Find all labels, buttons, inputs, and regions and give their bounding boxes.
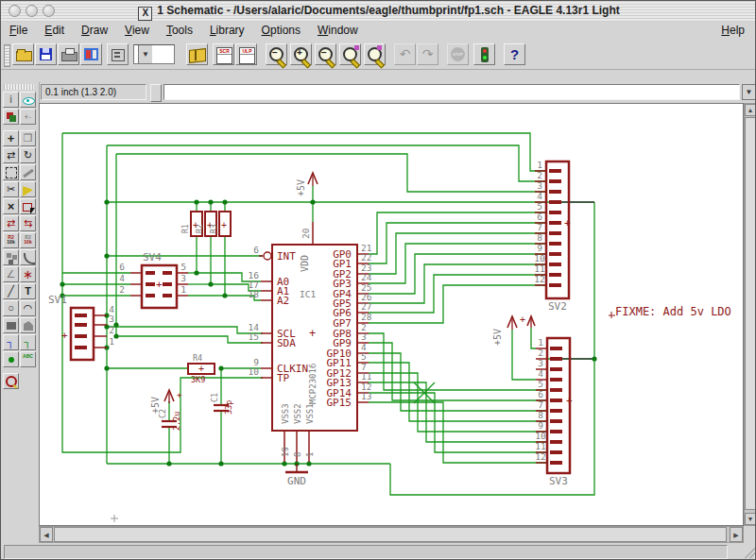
wire[interactable] xyxy=(390,202,594,495)
menu-tools[interactable]: Tools xyxy=(158,22,201,41)
open-board-button[interactable] xyxy=(107,43,129,65)
tool-bus[interactable]: ┐ xyxy=(3,334,19,350)
menu-window[interactable]: Window xyxy=(309,22,367,41)
menu-library[interactable]: Library xyxy=(201,22,253,41)
zoom-in-button[interactable]: + xyxy=(290,43,312,65)
tool-show[interactable] xyxy=(20,92,36,108)
tool-circle[interactable]: ○ xyxy=(3,300,19,316)
pin-pad xyxy=(549,252,561,256)
schematic-text: GP15 xyxy=(327,397,352,409)
tool-group[interactable] xyxy=(3,164,19,180)
vertical-scrollbar[interactable]: ▲ ▼ xyxy=(744,103,756,526)
scroll-left-icon[interactable]: ◀ xyxy=(40,527,53,542)
tool-display[interactable] xyxy=(3,109,19,125)
menu-help[interactable]: Help xyxy=(713,22,753,41)
tool-gateswap[interactable]: ⇆ xyxy=(20,215,36,231)
tool-invoke[interactable]: ∗ xyxy=(20,266,36,282)
tool-split[interactable]: ∠ xyxy=(3,266,19,282)
stop-button[interactable]: STOP xyxy=(447,43,469,65)
print-button[interactable] xyxy=(58,43,79,65)
zoom-fit-button[interactable]: − xyxy=(266,43,287,65)
run-ulp-button[interactable]: ULP xyxy=(235,43,257,65)
window-title-text: 1 Schematic - /Users/alaric/Documents/ea… xyxy=(157,4,619,17)
tool-miter[interactable] xyxy=(20,249,36,265)
wire[interactable] xyxy=(369,244,546,283)
tool-mirror[interactable]: ⇄ xyxy=(3,147,19,163)
undo-button[interactable]: ↶ xyxy=(394,43,416,65)
sheet-dropdown-arrow-icon[interactable]: ▼ xyxy=(138,45,152,63)
wire[interactable] xyxy=(531,328,536,348)
tool-value[interactable]: R210k xyxy=(20,232,36,248)
sheet-selector[interactable]: 1/1 ▼ xyxy=(133,44,175,64)
zoom-select-button[interactable] xyxy=(364,43,386,65)
command-input[interactable] xyxy=(163,84,740,100)
tool-net[interactable]: ┐ xyxy=(20,334,36,350)
run-script-button[interactable]: SCR xyxy=(213,43,234,65)
menu-draw[interactable]: Draw xyxy=(73,22,116,41)
tool-move[interactable]: + xyxy=(3,130,19,146)
erc-traffic-button[interactable] xyxy=(473,43,495,65)
tool-pinswap[interactable]: ⇄ xyxy=(3,215,19,231)
wire[interactable] xyxy=(369,382,547,442)
zoom-out-button[interactable]: − xyxy=(315,43,336,65)
tool-info[interactable]: i xyxy=(3,92,19,108)
wire[interactable] xyxy=(512,330,536,380)
scroll-right-icon[interactable]: ▶ xyxy=(730,527,743,542)
tool-label[interactable]: ABC xyxy=(20,351,36,367)
menu-options[interactable]: Options xyxy=(253,22,309,41)
wire[interactable] xyxy=(107,327,263,333)
tool-paste[interactable] xyxy=(20,181,36,197)
schematic-text: VSS3 xyxy=(281,403,290,424)
horizontal-scroll-thumb[interactable] xyxy=(54,527,727,542)
redo-button[interactable]: ↷ xyxy=(417,43,438,65)
schematic-text: 10 xyxy=(534,253,545,263)
wire[interactable] xyxy=(369,333,547,390)
wire[interactable] xyxy=(107,145,546,181)
zoom-redraw-button[interactable] xyxy=(339,43,361,65)
schematic-text: 24 xyxy=(361,272,372,282)
tool-text[interactable]: T xyxy=(20,283,36,299)
menu-edit[interactable]: Edit xyxy=(36,22,73,41)
tool-arc[interactable]: ◠ xyxy=(20,300,36,316)
help-button[interactable]: ? xyxy=(504,43,525,65)
pin-pad xyxy=(550,399,562,402)
tool-wire[interactable]: ╱ xyxy=(3,283,19,299)
tool-mark[interactable]: +· xyxy=(20,109,36,125)
scroll-down-icon[interactable]: ▼ xyxy=(745,513,756,525)
tool-rect[interactable] xyxy=(3,317,19,333)
tool-change[interactable] xyxy=(20,164,36,180)
open-button[interactable] xyxy=(12,43,34,65)
wire[interactable] xyxy=(369,363,547,421)
tool-junction[interactable] xyxy=(3,351,19,367)
save-button[interactable] xyxy=(35,43,57,65)
tool-cut[interactable]: ✂ xyxy=(3,181,19,197)
coordinate-display: 0.1 inch (1.3 2.0) xyxy=(41,84,146,100)
wire[interactable] xyxy=(116,154,546,192)
tool-add[interactable] xyxy=(20,198,36,214)
cam-processor-button[interactable] xyxy=(80,43,102,65)
wire[interactable] xyxy=(116,336,263,343)
tool-polygon[interactable] xyxy=(20,317,36,333)
tool-name[interactable]: R210k xyxy=(3,232,19,248)
palette-grip[interactable] xyxy=(4,84,34,90)
schematic-text: + xyxy=(564,217,571,229)
menu-file[interactable]: File xyxy=(1,22,36,41)
tool-smash[interactable] xyxy=(3,249,19,265)
wire[interactable] xyxy=(62,133,546,171)
tool-rotate[interactable]: ↻ xyxy=(20,147,36,163)
menu-view[interactable]: View xyxy=(116,22,158,41)
tool-copy[interactable]: ❐ xyxy=(20,130,36,146)
schematic-canvas[interactable]: 6INT16A017A118A214SCL15SDA9CLKIN10TP21GP… xyxy=(39,103,744,526)
horizontal-scrollbar[interactable]: ◀ ▶ xyxy=(39,526,744,543)
vertical-scroll-thumb[interactable] xyxy=(745,117,756,510)
title-bar[interactable]: X1 Schematic - /Users/alaric/Documents/e… xyxy=(1,1,756,23)
scroll-up-icon[interactable]: ▲ xyxy=(745,104,756,116)
schematic-text: 3K9 xyxy=(191,375,205,384)
command-history-dropdown[interactable]: ▼ xyxy=(742,84,756,100)
wire[interactable] xyxy=(369,343,547,400)
use-library-button[interactable] xyxy=(186,43,208,65)
tool-erc[interactable] xyxy=(3,373,19,389)
window-resize-grip[interactable] xyxy=(744,546,756,558)
schematic-text: +5V xyxy=(492,329,503,346)
tool-delete[interactable]: × xyxy=(3,198,19,214)
